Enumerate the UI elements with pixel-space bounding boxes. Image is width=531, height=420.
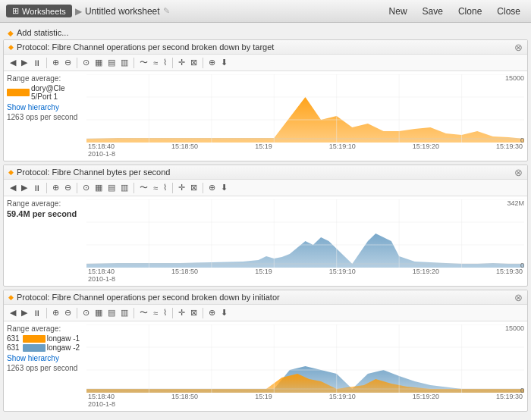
wave2-btn[interactable]: ≈ [152,58,159,68]
add-statistic[interactable]: ◆ Add statistic... [3,26,528,39]
wave3-btn[interactable]: ⌇ [162,307,168,318]
pause-btn[interactable]: ⏸ [31,308,42,318]
wave2-btn[interactable]: ≈ [152,308,159,318]
panel-1-chart: 15000 [86,74,524,158]
top-bar: ⊞ Worksheets ▶ Untitled worksheet ✎ New … [0,0,531,23]
sep [77,58,77,68]
diamond-icon: ◆ [8,168,14,176]
grid3-btn[interactable]: ▥ [119,307,130,318]
close-button[interactable]: Close [492,5,525,18]
cursor-btn[interactable]: ✛ [177,57,187,68]
legend-value-1: 631 [7,343,20,352]
wave1-btn[interactable]: 〜 [138,181,149,194]
top-bar-right: New Save Clone Close [385,5,525,18]
worksheets-button[interactable]: ⊞ Worksheets [6,5,72,17]
panel-1-legend: Range average: dory@Cle 5/Port 1 Show hi… [7,74,86,158]
new-button[interactable]: New [385,5,412,18]
show-hierarchy[interactable]: Show hierarchy [7,354,83,362]
x-label: 15:19 [255,393,272,400]
legend-item-0[interactable]: 631 longaw -1 [7,334,83,343]
y-max: 15000 [505,324,524,332]
legend-swatch-0 [7,89,30,96]
back-btn[interactable]: ◀ [8,57,17,68]
grid1-btn[interactable]: ▦ [93,182,104,193]
download-btn[interactable]: ⬇ [219,182,229,193]
save-button[interactable]: Save [418,5,448,18]
diamond-icon: ◆ [8,293,14,301]
legend-swatch-0 [23,335,46,343]
panel-1-chart-area: Range average: dory@Cle 5/Port 1 Show hi… [4,71,527,161]
legend-item-1[interactable]: 631 longaw -2 [7,343,83,352]
panel-2-close[interactable]: ⊗ [514,168,523,177]
panel-2-header: ◆ Protocol: Fibre Channel bytes per seco… [4,165,527,180]
x-label: 15:19:20 [413,268,439,275]
grid-icon: ⊞ [12,6,19,16]
panel-3-header: ◆ Protocol: Fibre Channel operations per… [4,290,527,305]
grid2-btn[interactable]: ▤ [106,57,117,68]
download-btn[interactable]: ⬇ [219,307,229,318]
zoomin-btn[interactable]: ⊕ [51,57,61,68]
wave1-btn[interactable]: 〜 [138,306,149,319]
y-min: 0 [520,262,524,269]
sep [172,183,173,193]
show-hierarchy[interactable]: Show hierarchy [7,103,83,111]
edit-icon[interactable]: ✎ [163,6,170,16]
back-btn[interactable]: ◀ [8,182,17,193]
x-label: 15:19:20 [413,143,439,150]
forward-btn[interactable]: ▶ [20,57,29,68]
zoomout-btn[interactable]: ⊖ [63,182,73,193]
breadcrumb-arrow: ▶ [75,6,82,17]
grid2-btn[interactable]: ▤ [106,182,117,193]
legend-swatch-1 [23,344,46,352]
grid3-btn[interactable]: ▥ [119,182,130,193]
zoomin-btn[interactable]: ⊕ [51,307,61,318]
pause-btn[interactable]: ⏸ [31,183,42,193]
legend-item-0[interactable]: dory@Cle 5/Port 1 [7,84,83,101]
globe-btn[interactable]: ⊕ [207,57,217,68]
panel-1-close[interactable]: ⊗ [514,42,523,52]
y-max: 15000 [505,74,524,82]
globe-btn[interactable]: ⊕ [207,307,217,318]
cursor-btn[interactable]: ✛ [177,182,187,193]
zoomout-btn[interactable]: ⊖ [63,57,73,68]
settings-btn[interactable]: ⊙ [81,57,91,68]
main-content: ◆ Add statistic... ◆ Protocol: Fibre Cha… [0,23,531,420]
wave1-btn[interactable]: 〜 [138,56,149,69]
panel-3-chart: 15000 [86,324,524,408]
panel-3-title: Protocol: Fibre Channel operations per s… [17,293,280,302]
sep [203,58,203,68]
x-label: 15:19:10 [329,268,356,275]
diamond-icon: ◆ [8,43,14,51]
clone-button[interactable]: Clone [454,5,486,18]
globe-btn[interactable]: ⊕ [207,182,217,193]
x-label: 15:18:40 [88,393,115,400]
sep [46,183,47,193]
x-label: 15:18:40 [88,143,115,150]
forward-btn[interactable]: ▶ [20,307,29,318]
x-label: 15:19 [255,268,272,275]
pin-btn[interactable]: ⊠ [189,307,199,318]
wave3-btn[interactable]: ⌇ [162,182,168,193]
zoomout-btn[interactable]: ⊖ [63,307,73,318]
settings-btn[interactable]: ⊙ [81,182,91,193]
settings-btn[interactable]: ⊙ [81,307,91,318]
grid1-btn[interactable]: ▦ [93,57,104,68]
pause-btn[interactable]: ⏸ [31,58,42,68]
panel-3-close[interactable]: ⊗ [514,293,523,302]
back-btn[interactable]: ◀ [8,307,17,318]
range-avg-label: Range average: [7,74,83,83]
chart-svg-1 [86,74,524,143]
cursor-btn[interactable]: ✛ [177,307,187,318]
grid1-btn[interactable]: ▦ [93,307,104,318]
forward-btn[interactable]: ▶ [20,182,29,193]
pin-btn[interactable]: ⊠ [189,57,199,68]
grid3-btn[interactable]: ▥ [119,57,130,68]
pin-btn[interactable]: ⊠ [189,182,199,193]
grid2-btn[interactable]: ▤ [106,307,117,318]
panel-2-chart: 342M [86,199,524,283]
download-btn[interactable]: ⬇ [219,57,229,68]
svg-marker-11 [86,234,524,268]
wave2-btn[interactable]: ≈ [152,183,159,193]
wave3-btn[interactable]: ⌇ [162,57,168,68]
zoomin-btn[interactable]: ⊕ [51,182,61,193]
